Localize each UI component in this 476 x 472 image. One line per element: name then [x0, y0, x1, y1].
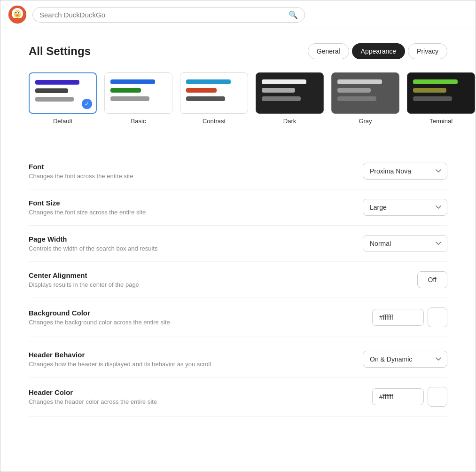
setting-desc-header-behavior: Changes how the header is displayed and … — [29, 361, 211, 368]
tab-appearance[interactable]: Appearance — [352, 43, 406, 59]
setting-title-font-size: Font Size — [29, 199, 146, 207]
theme-label-terminal: Terminal — [429, 118, 453, 125]
theme-card-default[interactable]: ✓ Default — [29, 72, 97, 125]
setting-row-font-size: Font Size Changes the font size across t… — [29, 189, 447, 226]
setting-row-page-width: Page Width Controls the width of the sea… — [29, 226, 447, 262]
header-color-text-input[interactable] — [372, 388, 424, 405]
settings-section: Font Changes the font across the entire … — [29, 153, 447, 337]
setting-info-center-alignment: Center Alignment Displays results in the… — [29, 271, 139, 288]
setting-control-center-alignment: Off — [417, 271, 447, 288]
theme-preview-contrast — [180, 72, 248, 114]
theme-preview-gray — [331, 72, 399, 114]
setting-desc-center-alignment: Displays results in the center of the pa… — [29, 281, 139, 288]
font-size-dropdown[interactable]: Small Medium Large Larger Largest — [363, 199, 447, 216]
theme-card-basic[interactable]: Basic — [104, 72, 172, 125]
header-settings-section: Header Behavior Changes how the header i… — [29, 341, 447, 417]
page-title: All Settings — [29, 45, 91, 58]
background-color-swatch[interactable] — [428, 307, 447, 327]
setting-info-header-color: Header Color Changes the header color ac… — [29, 388, 157, 405]
setting-title-page-width: Page Width — [29, 235, 158, 243]
center-alignment-toggle[interactable]: Off — [417, 271, 447, 288]
theme-card-terminal[interactable]: Terminal — [407, 72, 475, 125]
theme-label-default: Default — [53, 118, 72, 125]
svg-point-9 — [16, 15, 19, 16]
svg-rect-10 — [12, 18, 23, 22]
theme-label-gray: Gray — [359, 118, 372, 125]
setting-info-page-width: Page Width Controls the width of the sea… — [29, 235, 158, 252]
theme-label-dark: Dark — [283, 118, 296, 125]
setting-title-center-alignment: Center Alignment — [29, 271, 139, 279]
setting-title-background-color: Background Color — [29, 309, 170, 317]
theme-card-contrast[interactable]: Contrast — [180, 72, 248, 125]
setting-desc-font-size: Changes the font size across the entire … — [29, 209, 146, 216]
setting-title-header-behavior: Header Behavior — [29, 351, 211, 359]
setting-row-header-color: Header Color Changes the header color ac… — [29, 378, 447, 417]
svg-point-7 — [16, 12, 16, 13]
setting-control-page-width: Wide Normal Narrow — [363, 235, 447, 252]
setting-info-font-size: Font Size Changes the font size across t… — [29, 199, 146, 216]
font-dropdown[interactable]: Proxima Nova Arial Georgia Times New Rom… — [363, 163, 447, 180]
background-color-text-input[interactable] — [372, 309, 424, 326]
setting-row-center-alignment: Center Alignment Displays results in the… — [29, 262, 447, 298]
setting-title-header-color: Header Color — [29, 388, 157, 396]
setting-desc-font: Changes the font across the entire site — [29, 173, 133, 180]
theme-preview-basic — [104, 72, 172, 114]
setting-control-header-color — [372, 387, 447, 407]
setting-control-font: Proxima Nova Arial Georgia Times New Rom… — [363, 163, 447, 180]
tab-privacy[interactable]: Privacy — [408, 43, 447, 59]
theme-label-basic: Basic — [131, 118, 146, 125]
selected-check-icon: ✓ — [82, 99, 92, 109]
header-color-swatch[interactable] — [428, 387, 447, 407]
theme-preview-terminal — [407, 72, 475, 114]
search-bar-container: 🔍 — [32, 7, 305, 23]
duckduckgo-logo — [8, 5, 27, 24]
theme-card-gray[interactable]: Gray — [331, 72, 399, 125]
theme-card-dark[interactable]: Dark — [256, 72, 324, 125]
setting-row-header-behavior: Header Behavior Changes how the header i… — [29, 341, 447, 378]
search-input[interactable] — [39, 11, 289, 19]
theme-label-contrast: Contrast — [203, 118, 226, 125]
header-behavior-dropdown[interactable]: On & Dynamic Always Off — [363, 351, 447, 368]
setting-control-font-size: Small Medium Large Larger Largest — [363, 199, 447, 216]
setting-desc-background-color: Changes the background color across the … — [29, 319, 170, 326]
topbar: 🔍 — [0, 0, 476, 29]
setting-desc-header-color: Changes the header color across the enti… — [29, 398, 157, 405]
search-icon: 🔍 — [289, 10, 298, 19]
theme-preview-default: ✓ — [29, 72, 97, 114]
tab-group: General Appearance Privacy — [308, 43, 447, 59]
setting-control-header-behavior: On & Dynamic Always Off — [363, 351, 447, 368]
theme-preview-dark — [256, 72, 324, 114]
setting-desc-page-width: Controls the width of the search box and… — [29, 245, 158, 252]
setting-title-font: Font — [29, 163, 133, 171]
setting-info-header-behavior: Header Behavior Changes how the header i… — [29, 351, 211, 368]
setting-control-background-color — [372, 307, 447, 327]
tab-general[interactable]: General — [308, 43, 349, 59]
setting-row-background-color: Background Color Changes the background … — [29, 298, 447, 337]
setting-info-background-color: Background Color Changes the background … — [29, 309, 170, 326]
setting-row-font: Font Changes the font across the entire … — [29, 153, 447, 189]
svg-point-8 — [19, 12, 19, 13]
page-width-dropdown[interactable]: Wide Normal Narrow — [363, 235, 447, 252]
page-header: All Settings General Appearance Privacy — [29, 43, 447, 59]
svg-point-2 — [14, 10, 21, 18]
theme-selector-row: ✓ Default Basic Contras — [29, 72, 447, 138]
setting-info-font: Font Changes the font across the entire … — [29, 163, 133, 180]
